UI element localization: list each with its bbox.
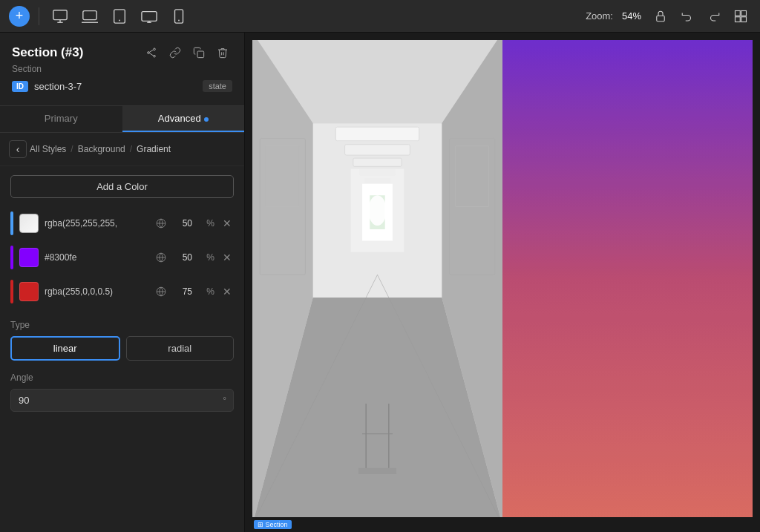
color1-indicator: [10, 211, 13, 235]
color3-label: rgba(255,0,0,0.5): [45, 286, 148, 297]
tab-advanced[interactable]: Advanced: [122, 106, 245, 132]
device-tablet-icon[interactable]: [108, 4, 131, 28]
color3-globe-icon[interactable]: [154, 285, 168, 298]
section-title: Section (#3): [12, 45, 83, 60]
angle-input-wrap: °: [10, 389, 234, 412]
svg-rect-35: [335, 127, 419, 140]
color2-value-input[interactable]: [174, 252, 200, 263]
svg-rect-38: [359, 168, 396, 175]
add-color-button[interactable]: Add a Color: [10, 175, 234, 198]
redo-icon[interactable]: [704, 6, 724, 27]
color-row-1: rgba(255,255,255, % ✕: [0, 207, 244, 240]
zoom-value[interactable]: 54%: [622, 10, 641, 22]
tab-primary[interactable]: Primary: [0, 106, 122, 132]
color-row-2: #8300fe % ✕: [0, 241, 244, 274]
svg-rect-51: [502, 40, 753, 517]
color3-value-input[interactable]: [174, 286, 200, 297]
svg-point-16: [154, 48, 156, 50]
toolbar-right-icons: [650, 6, 751, 27]
top-toolbar: + Zoom: 54%: [0, 0, 760, 33]
color3-pct: %: [206, 286, 214, 297]
state-badge[interactable]: state: [203, 80, 232, 92]
lock-icon[interactable]: [650, 6, 671, 27]
preview-left: [252, 40, 502, 517]
device-desktop-icon[interactable]: [48, 4, 72, 28]
section-label-tag: ⊞ Section: [254, 520, 292, 529]
preview-image: [252, 40, 753, 517]
section-header: Section (#3) Section: [0, 33, 244, 106]
svg-rect-3: [83, 10, 96, 19]
svg-point-34: [368, 195, 387, 226]
breadcrumb-row: ‹ All Styles / Background / Gradient: [0, 133, 244, 166]
device-mobile-icon[interactable]: [167, 4, 191, 28]
type-linear-button[interactable]: linear: [10, 336, 120, 361]
color2-label: #8300fe: [45, 252, 148, 263]
color1-remove-button[interactable]: ✕: [220, 217, 234, 230]
svg-rect-6: [142, 11, 157, 21]
angle-input[interactable]: [10, 389, 234, 412]
tab-active-dot: [204, 117, 209, 122]
breadcrumb-all-styles[interactable]: All Styles: [30, 144, 66, 154]
device-laptop-icon[interactable]: [78, 4, 102, 28]
breadcrumb-current: Gradient: [137, 144, 171, 154]
toolbar-separator: [39, 7, 39, 25]
color3-indicator: [10, 280, 13, 303]
svg-rect-11: [657, 16, 665, 22]
svg-line-20: [149, 53, 153, 56]
color1-value-input[interactable]: [174, 218, 200, 229]
delete-icon[interactable]: [213, 43, 232, 62]
id-value: section-3-7: [34, 81, 197, 92]
svg-rect-12: [736, 10, 741, 16]
svg-rect-13: [741, 10, 747, 16]
type-radial-button[interactable]: radial: [126, 336, 235, 361]
breadcrumb-sep1: /: [71, 144, 73, 154]
color2-remove-button[interactable]: ✕: [220, 251, 234, 264]
angle-unit: °: [223, 395, 226, 406]
section-header-icons: [142, 43, 232, 62]
type-section: Type linear radial: [0, 309, 244, 367]
svg-rect-0: [53, 10, 67, 19]
add-element-button[interactable]: +: [9, 6, 30, 27]
color-row-3: rgba(255,0,0,0.5) % ✕: [0, 275, 244, 308]
tab-advanced-label: Advanced: [158, 113, 201, 124]
duplicate-icon[interactable]: [189, 43, 209, 62]
breadcrumb-sep2: /: [130, 144, 132, 154]
svg-point-18: [154, 55, 156, 57]
angle-section: Angle °: [0, 367, 244, 418]
sidebar: Section (#3) Section: [0, 33, 245, 532]
breadcrumb-back-button[interactable]: ‹: [9, 140, 27, 158]
svg-rect-21: [197, 51, 204, 58]
section-sub: Section: [12, 64, 232, 74]
main-area: Section (#3) Section: [0, 33, 760, 532]
svg-rect-15: [741, 16, 747, 22]
preview-right: [502, 40, 753, 517]
toolbar-right: Zoom: 54%: [586, 6, 751, 27]
svg-rect-49: [358, 468, 396, 474]
color2-pct: %: [206, 252, 214, 263]
color1-swatch[interactable]: [19, 214, 39, 233]
color2-globe-icon[interactable]: [154, 251, 168, 264]
color3-swatch[interactable]: [19, 282, 39, 301]
device-wide-icon[interactable]: [137, 4, 161, 28]
tabs-row: Primary Advanced: [0, 106, 244, 133]
breadcrumb-background[interactable]: Background: [78, 144, 125, 154]
zoom-label: Zoom:: [586, 10, 613, 22]
color1-label: rgba(255,255,255,: [45, 218, 148, 229]
undo-icon[interactable]: [677, 6, 698, 27]
angle-label: Angle: [10, 372, 234, 383]
share-icon[interactable]: [142, 43, 161, 62]
color3-remove-button[interactable]: ✕: [220, 285, 234, 298]
type-buttons: linear radial: [10, 336, 234, 361]
color2-indicator: [10, 246, 13, 269]
canvas-area: ⊞ Section: [245, 33, 760, 532]
color1-globe-icon[interactable]: [154, 217, 168, 230]
svg-rect-14: [736, 16, 741, 22]
svg-rect-39: [364, 178, 390, 183]
color2-swatch[interactable]: [19, 248, 39, 267]
type-label: Type: [10, 320, 234, 330]
link-icon[interactable]: [166, 43, 185, 62]
svg-line-19: [149, 50, 153, 52]
canvas-content: [252, 40, 753, 517]
id-row: ID section-3-7 state: [12, 80, 232, 92]
layout-icon[interactable]: [730, 6, 751, 27]
